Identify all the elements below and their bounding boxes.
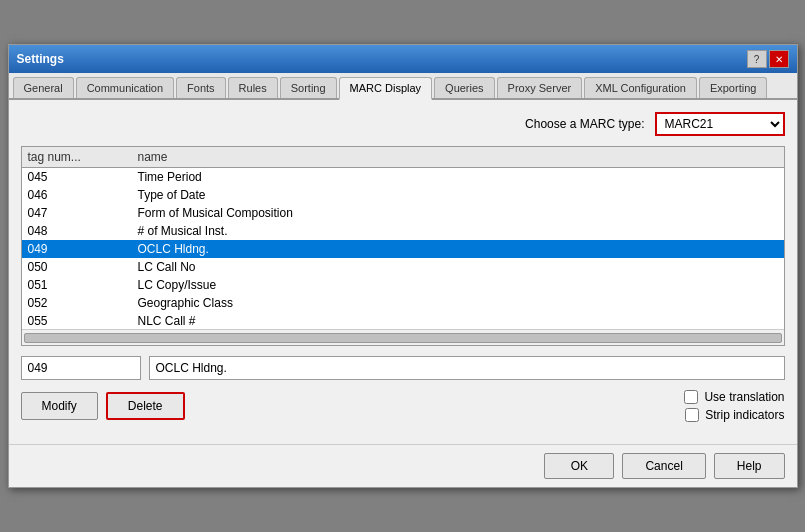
tab-content: Choose a MARC type: MARC21 UNIMARC MARC8… [9, 100, 797, 444]
strip-indicators-checkbox[interactable] [685, 408, 699, 422]
modify-button[interactable]: Modify [21, 392, 98, 420]
table-row-selected[interactable]: 049 OCLC Hldng. [22, 240, 784, 258]
col-header-tag: tag num... [28, 150, 138, 164]
name-input[interactable] [149, 356, 785, 380]
tab-general[interactable]: General [13, 77, 74, 98]
ok-button[interactable]: OK [544, 453, 614, 479]
cell-tag: 045 [28, 170, 138, 184]
strip-indicators-item: Strip indicators [685, 408, 784, 422]
cell-tag: 048 [28, 224, 138, 238]
table-row[interactable]: 046 Type of Date [22, 186, 784, 204]
left-buttons: Modify Delete [21, 392, 185, 420]
tab-exporting[interactable]: Exporting [699, 77, 767, 98]
settings-window: Settings ? ✕ General Communication Fonts… [8, 44, 798, 488]
cell-tag: 049 [28, 242, 138, 256]
help-title-button[interactable]: ? [747, 50, 767, 68]
cell-name: LC Copy/Issue [138, 278, 778, 292]
tab-rules[interactable]: Rules [228, 77, 278, 98]
tab-marc-display[interactable]: MARC Display [339, 77, 433, 100]
table-row[interactable]: 045 Time Period [22, 168, 784, 186]
use-translation-item: Use translation [684, 390, 784, 404]
table-row[interactable]: 047 Form of Musical Composition [22, 204, 784, 222]
tag-input[interactable] [21, 356, 141, 380]
strip-indicators-label: Strip indicators [705, 408, 784, 422]
table-row[interactable]: 050 LC Call No [22, 258, 784, 276]
cell-name: Form of Musical Composition [138, 206, 778, 220]
horizontal-scrollbar[interactable] [22, 329, 784, 345]
close-button[interactable]: ✕ [769, 50, 789, 68]
window-title: Settings [17, 52, 64, 66]
table-row[interactable]: 052 Geographic Class [22, 294, 784, 312]
delete-button[interactable]: Delete [106, 392, 185, 420]
tab-proxy-server[interactable]: Proxy Server [497, 77, 583, 98]
table-row[interactable]: 048 # of Musical Inst. [22, 222, 784, 240]
col-header-name: name [138, 150, 778, 164]
cell-tag: 051 [28, 278, 138, 292]
cell-name: Geographic Class [138, 296, 778, 310]
table-row[interactable]: 051 LC Copy/Issue [22, 276, 784, 294]
button-row: Modify Delete Use translation Strip indi… [21, 390, 785, 422]
cell-tag: 055 [28, 314, 138, 328]
marc-type-select[interactable]: MARC21 UNIMARC MARC8 [655, 112, 785, 136]
cell-tag: 050 [28, 260, 138, 274]
tab-bar: General Communication Fonts Rules Sortin… [9, 73, 797, 100]
cell-name: LC Call No [138, 260, 778, 274]
cancel-button[interactable]: Cancel [622, 453, 705, 479]
cell-tag: 046 [28, 188, 138, 202]
use-translation-checkbox[interactable] [684, 390, 698, 404]
table-body[interactable]: 045 Time Period 046 Type of Date 047 For… [22, 168, 784, 329]
bottom-bar: OK Cancel Help [9, 444, 797, 487]
cell-name: NLC Call # [138, 314, 778, 328]
title-bar: Settings ? ✕ [9, 45, 797, 73]
marc-type-label: Choose a MARC type: [525, 117, 644, 131]
marc-type-row: Choose a MARC type: MARC21 UNIMARC MARC8 [21, 112, 785, 136]
cell-name: Time Period [138, 170, 778, 184]
help-button[interactable]: Help [714, 453, 785, 479]
cell-tag: 052 [28, 296, 138, 310]
table-row[interactable]: 055 NLC Call # [22, 312, 784, 329]
cell-name: # of Musical Inst. [138, 224, 778, 238]
tab-sorting[interactable]: Sorting [280, 77, 337, 98]
cell-name: Type of Date [138, 188, 778, 202]
cell-name: OCLC Hldng. [138, 242, 778, 256]
tab-communication[interactable]: Communication [76, 77, 174, 98]
tab-xml-configuration[interactable]: XML Configuration [584, 77, 697, 98]
use-translation-label: Use translation [704, 390, 784, 404]
title-bar-buttons: ? ✕ [747, 50, 789, 68]
table-header: tag num... name [22, 147, 784, 168]
edit-row [21, 356, 785, 380]
checkboxes: Use translation Strip indicators [684, 390, 784, 422]
tab-queries[interactable]: Queries [434, 77, 495, 98]
cell-tag: 047 [28, 206, 138, 220]
scroll-thumb [24, 333, 782, 343]
marc-table: tag num... name 045 Time Period 046 Type… [21, 146, 785, 346]
tab-fonts[interactable]: Fonts [176, 77, 226, 98]
